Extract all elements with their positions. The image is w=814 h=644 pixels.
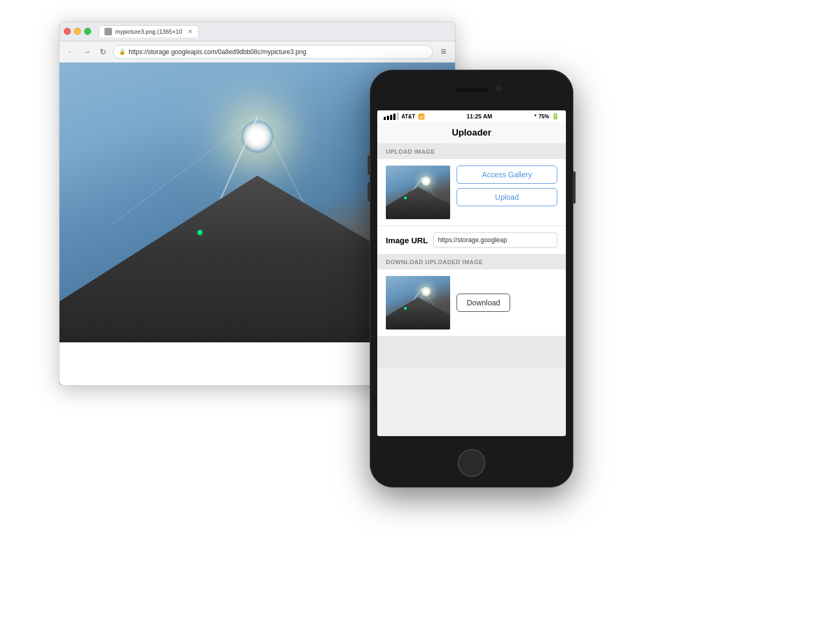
download-section-label: DOWNLOAD UPLOADED IMAGE xyxy=(377,254,566,269)
reload-button[interactable]: ↻ xyxy=(97,46,109,58)
app-title: Uploader xyxy=(452,128,491,138)
status-left: AT&T 📶 xyxy=(384,113,424,120)
maximize-button[interactable] xyxy=(84,28,91,35)
battery-icon: 🔋 xyxy=(551,113,559,120)
upload-button[interactable]: Upload xyxy=(457,188,557,206)
download-thumb-umbrella xyxy=(386,297,450,330)
close-button[interactable] xyxy=(64,28,71,35)
tab-favicon-icon xyxy=(104,28,112,35)
browser-titlebar: mypicture3.png (1365×10 ✕ xyxy=(59,22,455,41)
sun-element xyxy=(241,121,273,153)
thumb-umbrella xyxy=(386,187,450,219)
upload-section-label: UPLOAD IMAGE xyxy=(377,144,566,159)
download-button[interactable]: Download xyxy=(457,294,510,312)
download-thumb-sky xyxy=(386,276,450,330)
download-thumb-green-dot xyxy=(404,307,407,310)
browser-toolbar: ← → ↻ 🔒 https://storage.googleapis.com/0… xyxy=(59,41,455,63)
image-url-row: Image URL xyxy=(377,226,566,254)
download-thumb-sun xyxy=(421,287,431,296)
download-thumbnail xyxy=(386,276,450,330)
download-button-wrapper: Download xyxy=(457,294,510,312)
phone-camera xyxy=(496,86,502,91)
tab-close-icon[interactable]: ✕ xyxy=(188,28,193,35)
thumb-sky-bg xyxy=(386,166,450,219)
upload-section: Access Gallery Upload xyxy=(377,159,566,226)
tab-title: mypicture3.png (1365×10 xyxy=(115,28,182,35)
download-section: Download xyxy=(377,269,566,336)
app-footer xyxy=(377,336,566,368)
access-gallery-button[interactable]: Access Gallery xyxy=(457,166,557,184)
phone-speaker xyxy=(455,88,488,92)
status-bar: AT&T 📶 11:25 AM * 75% 🔋 xyxy=(377,110,566,122)
minimize-button[interactable] xyxy=(74,28,81,35)
phone-power-button[interactable] xyxy=(573,171,576,204)
carrier-label: AT&T xyxy=(401,114,415,119)
image-url-input[interactable] xyxy=(433,233,557,248)
menu-button[interactable]: ≡ xyxy=(437,46,450,57)
back-button[interactable]: ← xyxy=(65,46,77,58)
address-url-text: https://storage.googleapis.com/0a8ed9dbb… xyxy=(129,48,307,56)
phone-device: AT&T 📶 11:25 AM * 75% 🔋 Uploader UPLOAD … xyxy=(370,70,573,488)
image-url-label: Image URL xyxy=(386,236,428,245)
upload-thumbnail xyxy=(386,166,450,219)
forward-button[interactable]: → xyxy=(81,46,93,58)
phone-screen: AT&T 📶 11:25 AM * 75% 🔋 Uploader UPLOAD … xyxy=(377,110,566,436)
app-header: Uploader xyxy=(377,122,566,144)
bluetooth-icon: * xyxy=(534,114,536,119)
battery-percent: 75% xyxy=(539,114,549,119)
status-right: * 75% 🔋 xyxy=(534,113,559,120)
phone-volume-up-button[interactable] xyxy=(368,155,370,175)
status-time: 11:25 AM xyxy=(467,113,492,119)
wifi-icon: 📶 xyxy=(418,114,424,119)
phone-volume-down-button[interactable] xyxy=(368,182,370,201)
address-bar[interactable]: 🔒 https://storage.googleapis.com/0a8ed9d… xyxy=(113,45,433,59)
thumb-sun xyxy=(421,176,431,186)
upload-buttons-group: Access Gallery Upload xyxy=(457,166,557,206)
thumb-green-dot xyxy=(404,197,407,199)
phone-home-button[interactable] xyxy=(458,449,486,477)
address-lock-icon: 🔒 xyxy=(119,49,125,55)
signal-icon xyxy=(384,113,399,120)
browser-tab[interactable]: mypicture3.png (1365×10 ✕ xyxy=(99,25,199,38)
